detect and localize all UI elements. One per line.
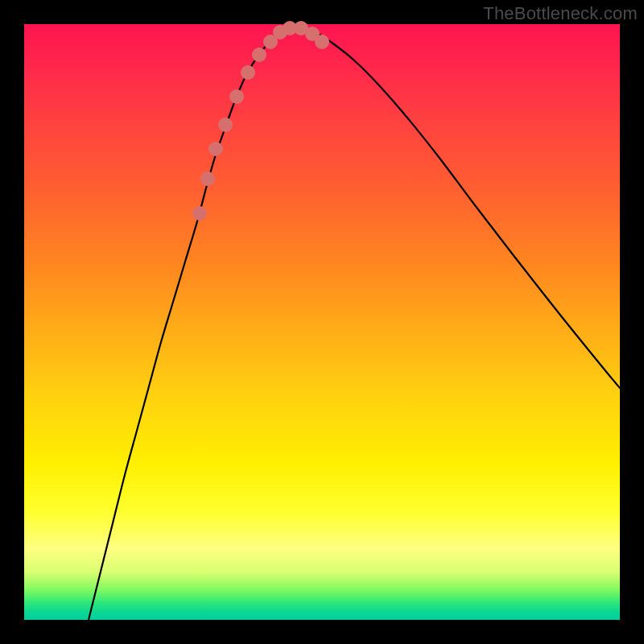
marker-dot (218, 118, 233, 132)
marker-dot (241, 65, 255, 80)
marker-dot (229, 89, 244, 104)
watermark-text: TheBottleneck.com (483, 3, 638, 24)
marker-dot (200, 171, 215, 186)
marker-dot (208, 142, 223, 156)
marker-dot (315, 35, 329, 49)
bottleneck-curve (89, 27, 620, 620)
marker-dot (252, 47, 266, 62)
marker-dot (192, 206, 207, 221)
plot-area (24, 24, 620, 620)
curve-svg (24, 24, 620, 620)
highlight-markers (192, 21, 329, 221)
chart-frame: TheBottleneck.com (0, 0, 644, 644)
